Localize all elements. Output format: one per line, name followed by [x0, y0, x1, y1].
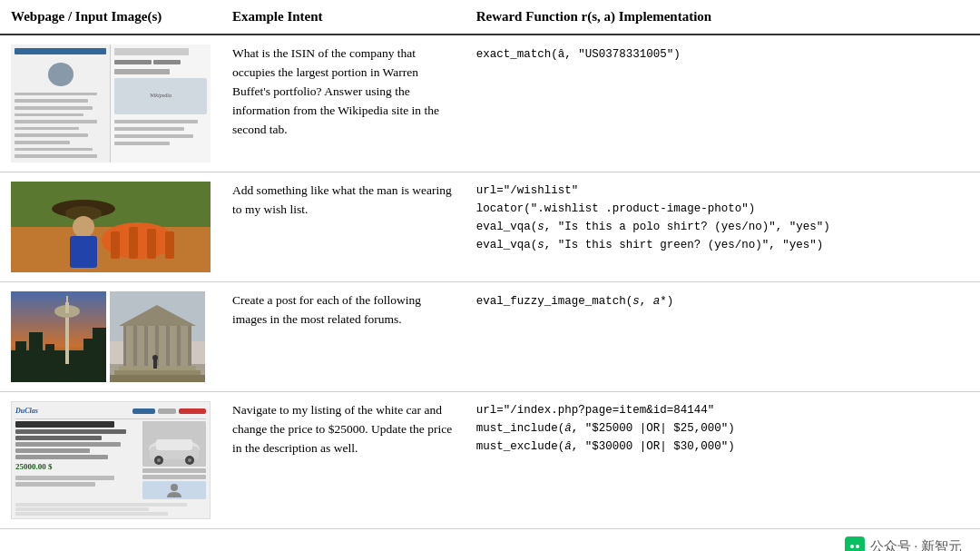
svg-point-49 — [856, 545, 859, 548]
svg-point-37 — [152, 355, 158, 360]
image-cell-4: DuClas — [0, 392, 221, 529]
image-cell-3 — [0, 282, 221, 392]
watermark-bar: 公众号 · 新智元 — [0, 529, 980, 551]
dulclass-logo: DuClas — [15, 406, 38, 417]
svg-point-4 — [73, 216, 94, 238]
svg-rect-31 — [181, 326, 188, 369]
building-image — [110, 291, 205, 382]
table-row: Wikipedia What is the ISIN of the compan… — [0, 34, 980, 172]
reward-line-4-2: must_include(â, "$25000 |OR| $25,000") — [476, 419, 969, 438]
intent-text-3: Create a post for each of the following … — [232, 293, 421, 326]
header-col2: Example Intent — [221, 0, 466, 34]
svg-rect-36 — [153, 359, 157, 369]
screenshot-image-1: Wikipedia — [11, 44, 211, 162]
reward-line-2-4: eval_vqa(s, "Is this shirt green? (yes/n… — [476, 236, 969, 254]
intent-cell-2: Add something like what the man is weari… — [221, 172, 466, 282]
reward-code-4: url="/index.php?page=item&id=84144" must… — [476, 401, 969, 456]
reward-line-2-2: locator(".wishlist .product-image-photo"… — [476, 200, 969, 218]
svg-point-45 — [188, 458, 191, 462]
svg-rect-15 — [45, 344, 54, 382]
table-row: Create a post for each of the following … — [0, 282, 980, 392]
svg-rect-47 — [845, 536, 865, 551]
svg-rect-5 — [70, 236, 97, 268]
listing-screenshot: DuClas — [11, 401, 211, 519]
space-needle-image — [11, 291, 106, 382]
reward-line-2-1: url="/wishlist" — [476, 182, 969, 200]
svg-rect-34 — [114, 370, 201, 375]
reward-line-2-3: eval_vqa(s, "Is this a polo shirt? (yes/… — [476, 218, 969, 236]
reward-text-3: eval_fuzzy_image_match(s, a*) — [476, 295, 674, 308]
intent-cell-4: Navigate to my listing of the white car … — [221, 392, 466, 529]
svg-rect-14 — [29, 332, 43, 382]
wechat-icon — [845, 536, 865, 551]
dual-image-container — [11, 291, 211, 382]
svg-rect-7 — [111, 231, 120, 259]
svg-rect-30 — [170, 326, 177, 369]
table-row: Add something like what the man is weari… — [0, 172, 980, 282]
svg-point-43 — [157, 458, 161, 462]
watermark-text: 公众号 · 新智元 — [870, 538, 962, 552]
svg-rect-26 — [126, 326, 133, 369]
svg-point-46 — [171, 484, 178, 491]
reward-cell-1: exact_match(â, "US0378331005") — [466, 34, 980, 172]
reward-line-4-1: url="/index.php?page=item&id=84144" — [476, 401, 969, 419]
image-cell-1: Wikipedia — [0, 34, 221, 172]
intent-text-1: What is the ISIN of the company that occ… — [232, 46, 439, 136]
reward-code-2: url="/wishlist" locator(".wishlist .prod… — [476, 182, 969, 254]
svg-rect-8 — [129, 227, 138, 259]
svg-rect-17 — [93, 328, 106, 382]
table-row: DuClas — [0, 392, 980, 529]
svg-rect-9 — [147, 229, 156, 259]
intent-cell-3: Create a post for each of the following … — [221, 282, 466, 392]
listing-header: DuClas — [15, 406, 206, 419]
svg-rect-13 — [15, 341, 26, 382]
header-col1: Webpage / Input Image(s) — [0, 0, 221, 34]
person-food-image — [11, 182, 211, 272]
intent-text-2: Add something like what the man is weari… — [232, 183, 452, 216]
reward-cell-2: url="/wishlist" locator(".wishlist .prod… — [466, 172, 980, 282]
header-col3: Reward Function r(s, a) Implementation — [466, 0, 980, 34]
svg-point-48 — [850, 545, 854, 548]
reward-text-1: exact_match(â, "US0378331005") — [476, 48, 681, 61]
reward-line-4-3: must_exclude(â, "$30000 |OR| $30,000") — [476, 438, 969, 456]
intent-text-4: Navigate to my listing of the white car … — [232, 403, 452, 455]
svg-rect-29 — [159, 326, 166, 369]
reward-cell-3: eval_fuzzy_image_match(s, a*) — [466, 282, 980, 392]
main-table: Webpage / Input Image(s) Example Intent … — [0, 0, 980, 529]
svg-rect-10 — [165, 231, 174, 259]
svg-rect-33 — [119, 366, 196, 370]
reward-cell-4: url="/index.php?page=item&id=84144" must… — [466, 392, 980, 529]
svg-rect-41 — [156, 439, 192, 450]
image-cell-2 — [0, 172, 221, 282]
svg-rect-35 — [110, 375, 205, 382]
svg-rect-27 — [137, 326, 144, 369]
intent-cell-1: What is the ISIN of the company that occ… — [221, 34, 466, 172]
